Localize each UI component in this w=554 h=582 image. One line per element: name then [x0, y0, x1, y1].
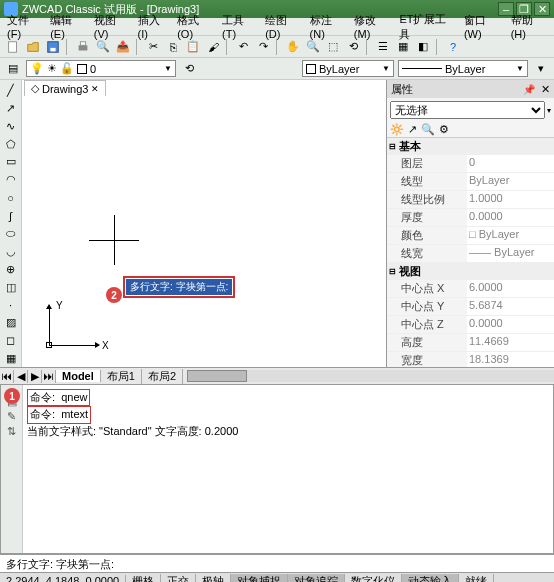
select-objects-icon[interactable]: ↗	[408, 123, 417, 136]
rectangle-icon[interactable]: ▭	[2, 154, 20, 171]
line-icon[interactable]: ╱	[2, 82, 20, 99]
property-row[interactable]: 厚度0.0000	[387, 209, 554, 227]
tool-palettes-icon[interactable]: ◧	[414, 38, 432, 56]
publish-icon[interactable]: 📤	[114, 38, 132, 56]
arc-icon[interactable]: ◠	[2, 171, 20, 188]
redo-icon[interactable]: ↷	[254, 38, 272, 56]
drawing-canvas[interactable]: ◇ Drawing3 ✕ 多行文字: 字块第一点: 2 Y X	[22, 80, 386, 367]
ellipse-arc-icon[interactable]: ◡	[2, 243, 20, 260]
point-icon[interactable]: ·	[2, 297, 20, 314]
zoom-icon[interactable]: 🔍	[304, 38, 322, 56]
pin-icon[interactable]: 📌	[523, 84, 535, 95]
tab-last-icon[interactable]: ⏭	[42, 370, 56, 383]
property-value[interactable]: □ ByLayer	[467, 227, 554, 244]
property-value[interactable]: 0.0000	[467, 316, 554, 333]
menubar: 文件(F) 编辑(E) 视图(V) 插入(I) 格式(O) 工具(T) 绘图(D…	[0, 18, 554, 36]
help-icon[interactable]: ?	[444, 38, 462, 56]
linetype-combo[interactable]: ByLayer ▼	[398, 60, 528, 77]
properties-title: 属性	[391, 82, 523, 97]
region-icon[interactable]: ◻	[2, 332, 20, 349]
color-swatch	[306, 64, 316, 74]
save-icon[interactable]	[44, 38, 62, 56]
cmd-tool2-icon[interactable]: ✎	[7, 410, 16, 423]
property-row[interactable]: 中心点 X6.0000	[387, 280, 554, 298]
tab-prev-icon[interactable]: ◀	[14, 370, 28, 383]
status-dyn[interactable]: 动态输入	[402, 574, 459, 583]
tab-first-icon[interactable]: ⏮	[0, 370, 14, 383]
status-grid[interactable]: 栅格	[126, 574, 161, 583]
insert-icon[interactable]: ⊕	[2, 261, 20, 278]
h-scrollbar[interactable]	[187, 370, 554, 382]
layer-prev-icon[interactable]: ⟲	[180, 60, 198, 78]
lineweight-combo[interactable]: ▾	[532, 60, 550, 78]
design-center-icon[interactable]: ▦	[394, 38, 412, 56]
paste-icon[interactable]: 📋	[184, 38, 202, 56]
matchprop-icon[interactable]: 🖌	[204, 38, 222, 56]
command-input[interactable]: 多行文字: 字块第一点:	[0, 554, 554, 572]
cut-icon[interactable]: ✂	[144, 38, 162, 56]
new-icon[interactable]	[4, 38, 22, 56]
property-value[interactable]: 18.1369	[467, 352, 554, 367]
hatch-icon[interactable]: ▨	[2, 314, 20, 331]
property-value[interactable]: 11.4669	[467, 334, 554, 351]
status-tablet[interactable]: 数字化仪	[345, 574, 402, 583]
quick-select-icon[interactable]: 🔍	[421, 123, 435, 136]
toggle-pickadd-icon[interactable]: 🔆	[390, 123, 404, 136]
menu-window[interactable]: 窗口(W)	[461, 12, 506, 41]
property-value[interactable]: 6.0000	[467, 280, 554, 297]
tab-layout1[interactable]: 布局1	[101, 369, 142, 384]
status-polar[interactable]: 极轴	[196, 574, 231, 583]
tree-toggle-icon[interactable]: ⊟	[389, 267, 396, 276]
tab-next-icon[interactable]: ▶	[28, 370, 42, 383]
prop-tool-icon[interactable]: ⚙	[439, 123, 449, 136]
open-icon[interactable]	[24, 38, 42, 56]
property-row[interactable]: 线型ByLayer	[387, 173, 554, 191]
property-row[interactable]: 线宽—— ByLayer	[387, 245, 554, 263]
document-tab[interactable]: ◇ Drawing3 ✕	[24, 80, 106, 96]
pline-icon[interactable]: ∿	[2, 118, 20, 135]
properties-icon[interactable]: ☰	[374, 38, 392, 56]
undo-icon[interactable]: ↶	[234, 38, 252, 56]
polygon-icon[interactable]: ⬠	[2, 136, 20, 153]
xline-icon[interactable]: ↗	[2, 100, 20, 117]
property-row[interactable]: 中心点 Z0.0000	[387, 316, 554, 334]
spline-icon[interactable]: ∫	[2, 207, 20, 224]
zoom-prev-icon[interactable]: ⟲	[344, 38, 362, 56]
color-combo[interactable]: ByLayer ▼	[302, 60, 394, 77]
property-value[interactable]: 0	[467, 155, 554, 172]
layer-combo[interactable]: 💡 ☀ 🔓 0 ▼	[26, 60, 176, 77]
close-panel-icon[interactable]: ✕	[541, 83, 550, 96]
circle-icon[interactable]: ○	[2, 189, 20, 206]
block-icon[interactable]: ◫	[2, 279, 20, 296]
property-row[interactable]: 图层0	[387, 155, 554, 173]
zoom-window-icon[interactable]: ⬚	[324, 38, 342, 56]
close-tab-icon[interactable]: ✕	[91, 84, 99, 94]
copy-icon[interactable]: ⎘	[164, 38, 182, 56]
selection-combo[interactable]: 无选择	[390, 101, 545, 119]
tree-toggle-icon[interactable]: ⊟	[389, 142, 396, 151]
tab-model[interactable]: Model	[56, 370, 101, 382]
property-row[interactable]: 线型比例1.0000	[387, 191, 554, 209]
property-row[interactable]: 宽度18.1369	[387, 352, 554, 367]
cmd-line-3: 当前文字样式: "Standard" 文字高度: 0.2000	[27, 424, 549, 439]
status-otrack[interactable]: 对象追踪	[288, 574, 345, 583]
property-value[interactable]: 0.0000	[467, 209, 554, 226]
property-row[interactable]: 高度11.4669	[387, 334, 554, 352]
property-value[interactable]: —— ByLayer	[467, 245, 554, 262]
preview-icon[interactable]: 🔍	[94, 38, 112, 56]
property-value[interactable]: ByLayer	[467, 173, 554, 190]
menu-help[interactable]: 帮助(H)	[508, 12, 550, 41]
print-icon[interactable]	[74, 38, 92, 56]
ellipse-icon[interactable]: ⬭	[2, 225, 20, 242]
pan-icon[interactable]: ✋	[284, 38, 302, 56]
property-value[interactable]: 5.6874	[467, 298, 554, 315]
table-icon[interactable]: ▦	[2, 350, 20, 367]
status-ortho[interactable]: 正交	[161, 574, 196, 583]
status-osnap[interactable]: 对象捕捉	[231, 574, 288, 583]
property-value[interactable]: 1.0000	[467, 191, 554, 208]
property-row[interactable]: 颜色□ ByLayer	[387, 227, 554, 245]
layer-manager-icon[interactable]: ▤	[4, 60, 22, 78]
tab-layout2[interactable]: 布局2	[142, 369, 183, 384]
cmd-tool3-icon[interactable]: ⇅	[7, 425, 16, 438]
property-row[interactable]: 中心点 Y5.6874	[387, 298, 554, 316]
